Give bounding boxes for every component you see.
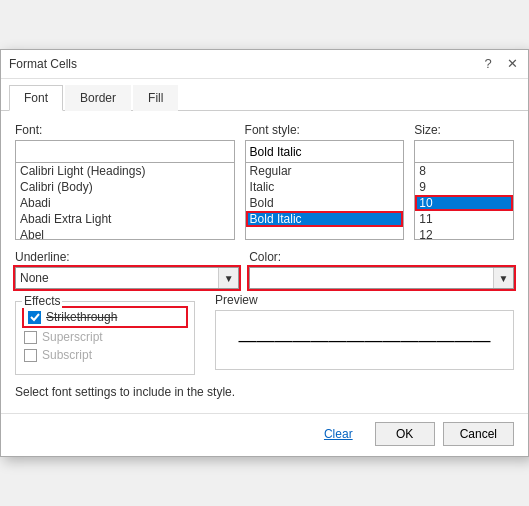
effects-group-title: Effects bbox=[22, 294, 62, 308]
close-button[interactable]: ✕ bbox=[504, 56, 520, 72]
tab-font[interactable]: Font bbox=[9, 85, 63, 111]
underline-dropdown-arrow[interactable]: ▼ bbox=[218, 268, 238, 288]
superscript-label: Superscript bbox=[42, 330, 103, 344]
list-item[interactable]: Regular bbox=[246, 163, 404, 179]
font-column: Font: Calibri Light (Headings) Calibri (… bbox=[15, 123, 235, 240]
title-bar: Format Cells ? ✕ bbox=[1, 50, 528, 79]
superscript-row: Superscript bbox=[24, 330, 186, 344]
strikethrough-checkbox[interactable] bbox=[28, 311, 41, 324]
tab-fill[interactable]: Fill bbox=[133, 85, 178, 111]
underline-label: Underline: bbox=[15, 250, 239, 264]
underline-select[interactable]: None ▼ bbox=[15, 267, 239, 289]
font-style-size-row: Font: Calibri Light (Headings) Calibri (… bbox=[15, 123, 514, 240]
footer: Clear OK Cancel bbox=[1, 413, 528, 456]
effects-preview-row: Effects Strikethrough Superscript bbox=[15, 293, 514, 375]
font-label: Font: bbox=[15, 123, 235, 137]
size-label: Size: bbox=[414, 123, 514, 137]
size-column: Size: 8 9 10 11 12 14 bbox=[414, 123, 514, 240]
list-item-selected[interactable]: 10 bbox=[415, 195, 513, 211]
hint-text: Select font settings to include in the s… bbox=[15, 385, 514, 399]
size-input[interactable] bbox=[414, 140, 514, 162]
list-item[interactable]: 8 bbox=[415, 163, 513, 179]
underline-color-row: Underline: None ▼ Color: ▼ bbox=[15, 250, 514, 289]
title-bar-controls: ? ✕ bbox=[480, 56, 520, 72]
help-button[interactable]: ? bbox=[480, 56, 496, 72]
subscript-row: Subscript bbox=[24, 348, 186, 362]
strikethrough-row: Strikethrough bbox=[24, 308, 186, 326]
color-dropdown-arrow[interactable]: ▼ bbox=[493, 268, 513, 288]
subscript-label: Subscript bbox=[42, 348, 92, 362]
style-column: Font style: Regular Italic Bold Bold Ita… bbox=[245, 123, 405, 240]
tab-content: Font: Calibri Light (Headings) Calibri (… bbox=[1, 111, 528, 413]
font-list[interactable]: Calibri Light (Headings) Calibri (Body) … bbox=[15, 162, 235, 240]
cancel-button[interactable]: Cancel bbox=[443, 422, 514, 446]
list-item[interactable]: Abel bbox=[16, 227, 234, 240]
strikethrough-label: Strikethrough bbox=[46, 310, 117, 324]
list-item[interactable]: 12 bbox=[415, 227, 513, 240]
clear-area: Clear bbox=[15, 427, 357, 441]
style-input[interactable] bbox=[245, 140, 405, 162]
style-list[interactable]: Regular Italic Bold Bold Italic bbox=[245, 162, 405, 240]
list-item[interactable]: Italic bbox=[246, 179, 404, 195]
preview-box: —————————————— bbox=[215, 310, 514, 370]
style-label: Font style: bbox=[245, 123, 405, 137]
list-item[interactable]: Abadi bbox=[16, 195, 234, 211]
preview-content: —————————————— bbox=[239, 330, 491, 351]
dialog-title: Format Cells bbox=[9, 57, 77, 71]
preview-label: Preview bbox=[215, 293, 514, 307]
font-input[interactable] bbox=[15, 140, 235, 162]
superscript-checkbox[interactable] bbox=[24, 331, 37, 344]
list-item-selected[interactable]: Bold Italic bbox=[246, 211, 404, 227]
effects-section: Effects Strikethrough Superscript bbox=[15, 293, 205, 375]
tab-bar: Font Border Fill bbox=[1, 79, 528, 111]
tab-border[interactable]: Border bbox=[65, 85, 131, 111]
color-label: Color: bbox=[249, 250, 514, 264]
format-cells-dialog: Format Cells ? ✕ Font Border Fill Font: … bbox=[0, 49, 529, 457]
ok-button[interactable]: OK bbox=[375, 422, 435, 446]
color-select[interactable]: ▼ bbox=[249, 267, 514, 289]
list-item[interactable]: 9 bbox=[415, 179, 513, 195]
color-column: Color: ▼ bbox=[249, 250, 514, 289]
list-item[interactable]: Abadi Extra Light bbox=[16, 211, 234, 227]
effects-group: Effects Strikethrough Superscript bbox=[15, 301, 195, 375]
underline-value: None bbox=[16, 271, 218, 285]
list-item[interactable]: Calibri (Body) bbox=[16, 179, 234, 195]
list-item[interactable]: Bold bbox=[246, 195, 404, 211]
list-item[interactable]: 11 bbox=[415, 211, 513, 227]
preview-section: Preview —————————————— bbox=[215, 293, 514, 375]
subscript-checkbox[interactable] bbox=[24, 349, 37, 362]
underline-column: Underline: None ▼ bbox=[15, 250, 239, 289]
list-item[interactable]: Calibri Light (Headings) bbox=[16, 163, 234, 179]
clear-button[interactable]: Clear bbox=[324, 427, 353, 441]
size-list[interactable]: 8 9 10 11 12 14 bbox=[414, 162, 514, 240]
